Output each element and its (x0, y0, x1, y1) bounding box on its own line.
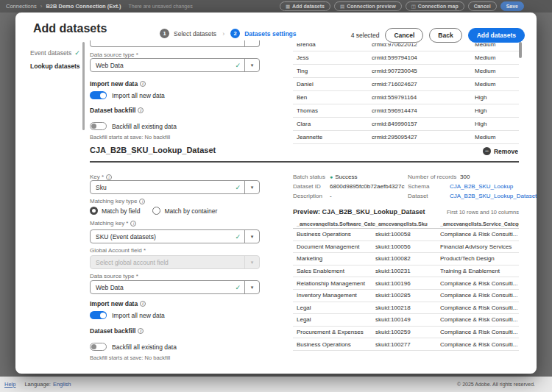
step-1-label: Select datasets (174, 30, 216, 38)
cell-id: crmid:596914474 (372, 107, 475, 114)
preview-cell: Business Operations (293, 231, 375, 238)
batch-status-text: Success (335, 174, 357, 180)
key-label: Key * i (90, 174, 112, 180)
table-row: Thomas crmid:596914474 High (293, 104, 519, 118)
preview-cell: skuid:100277 (375, 341, 440, 348)
key-select[interactable]: Sku ✓ ▾ (90, 180, 260, 194)
schema-link[interactable]: CJA_B2B_SKU_Lookup (450, 183, 513, 190)
table-row: Business Operations skuid:100277 Complia… (293, 338, 519, 351)
scrolled-partial-select[interactable] (90, 40, 260, 47)
info-icon: i (140, 301, 146, 307)
lookup-data-source-select[interactable]: Web Data ✓ ▾ (90, 280, 260, 294)
preview-cell: Procurement & Expenses (293, 329, 375, 335)
unsaved-changes-text: There are unsaved changes (128, 4, 192, 9)
lookup-section-title: CJA_B2B_SKU_Lookup_Dataset (90, 146, 216, 154)
match-by-container-radio[interactable] (152, 207, 160, 215)
cell-id: crmid:559791164 (372, 94, 475, 101)
cell-name: Ben (293, 94, 372, 101)
event-data-source-select[interactable]: Web Data ✓ ▾ (90, 58, 260, 72)
cell-priority: Medium (475, 54, 519, 61)
import-new-data-toggle[interactable] (90, 311, 107, 319)
map-icon: ◫ (411, 4, 416, 10)
backfill-existing-data-row: Backfill all existing data (90, 343, 177, 351)
success-dot-icon: ● (330, 174, 333, 179)
connection-preview-button: ▤ Connection preview (334, 1, 402, 11)
toggle-label: Import all new data (112, 92, 165, 99)
cancel-label: Cancel (394, 32, 414, 39)
cancel-button[interactable]: Cancel (385, 28, 423, 43)
toggle-label: Backfill all existing data (112, 343, 177, 351)
preview-cell: skuid:100231 (375, 268, 440, 274)
preview-meta: First 10 rows and 10 columns (447, 209, 519, 215)
table-row: Business Operations skuid:100058 Complia… (293, 229, 519, 241)
chevron-down-icon[interactable]: ▾ (244, 281, 259, 293)
select-placeholder: Select global account field (91, 259, 244, 266)
valid-checkmark-icon: ✓ (235, 233, 241, 240)
cell-name: Jeannette (293, 134, 372, 140)
table-scrollbar[interactable] (519, 42, 522, 58)
import-all-new-data-row: Import all new data (90, 311, 165, 319)
page-toolbar: ▦ Add datasets ▤ Connection preview ◫ Co… (280, 1, 524, 11)
dataset-backfill-heading: Dataset backfill i (90, 107, 144, 114)
data-source-type-label: Data source type * (90, 273, 138, 279)
sidebar-item-event-datasets[interactable]: Event datasets ✓ (30, 49, 80, 57)
chevron-down-icon[interactable]: ▾ (244, 59, 259, 71)
table-row: Brenda crmid:970622012 Medium (293, 43, 519, 51)
table-row: Daniel crmid:716024627 Medium (293, 78, 519, 91)
preview-cell: Marketing (293, 255, 375, 262)
preview-column-header: _amcevangelists.Service_Category (440, 221, 519, 227)
cell-priority: High (475, 121, 519, 127)
import-new-data-heading: Import new data i (90, 300, 146, 307)
import-new-data-toggle[interactable] (90, 91, 107, 99)
match-by-field-radio[interactable] (90, 207, 98, 215)
preview-cell: Business Operations (293, 341, 375, 348)
backfill-caption: Backfill starts at save: No backfill (90, 354, 170, 361)
matching-key-type-label: Matching key type i (90, 198, 145, 204)
modal-header-actions: 4 selected Cancel Back Add datasets (351, 28, 525, 43)
add-datasets-button[interactable]: Add datasets (468, 28, 525, 43)
chevron-down-icon[interactable]: ▾ (244, 181, 259, 193)
cell-priority: Medium (475, 81, 519, 88)
connection-map-label: Connection map (418, 4, 459, 9)
table-row: Legal skuid:100218 Compliance & Risk Con… (293, 302, 519, 315)
dataset-link[interactable]: CJA_B2B_SKU_Lookup_Dataset (450, 193, 537, 199)
table-row: Jess crmid:599794104 Medium (293, 51, 519, 65)
description-label: Description (293, 193, 322, 199)
preview-cell: skuid:100218 (375, 304, 440, 311)
table-row: Procurement & Expenses skuid:100259 Comp… (293, 327, 519, 339)
preview-cell: Legal (293, 316, 375, 323)
backfill-toggle[interactable] (90, 343, 107, 351)
select-value: SKU (Event datasets) (91, 233, 235, 240)
cell-name: Thomas (293, 107, 372, 114)
remove-dataset-button[interactable]: − Remove (483, 147, 518, 155)
select-value: Web Data (91, 284, 235, 291)
select-value: Sku (91, 184, 235, 191)
help-link[interactable]: Help (4, 381, 15, 388)
data-source-type-label: Data source type * (90, 51, 138, 58)
page-cancel-label: Cancel (474, 4, 491, 9)
connection-map-button: ◫ Connection map (406, 1, 464, 11)
sidebar-item-lookup-datasets[interactable]: Lookup datasets (30, 63, 80, 70)
valid-checkmark-icon: ✓ (235, 284, 241, 291)
event-preview-table: Brenda crmid:970622012 Medium Jess crmid… (293, 43, 519, 144)
cell-priority: High (475, 94, 519, 101)
preview-cell: Sales Enablement (293, 268, 375, 274)
back-button[interactable]: Back (429, 28, 461, 43)
preview-cell: skuid:100058 (375, 231, 440, 238)
add-datasets-label: Add datasets (477, 32, 516, 39)
cell-priority: Medium (475, 43, 519, 48)
records-label: Number of records (408, 174, 456, 180)
preview-cell: Compliance & Risk Consulti... (440, 292, 519, 299)
page-top-bar: Connections › B2B Demo Connection (Ext.)… (0, 0, 552, 13)
matching-key-select[interactable]: SKU (Event datasets) ✓ ▾ (90, 229, 260, 243)
lookup-preview-table: _amcevangelists.Software_Catego... _amce… (293, 219, 519, 351)
table-row: Clara crmid:849990157 High (293, 118, 519, 131)
page-add-datasets-button: ▦ Add datasets (280, 1, 330, 11)
content-scrollbar[interactable] (82, 42, 85, 130)
backfill-toggle[interactable] (90, 122, 107, 130)
import-new-data-heading: Import new data i (90, 80, 146, 88)
cell-priority: Medium (475, 68, 519, 74)
language-value-link[interactable]: English (53, 381, 71, 388)
step-2-label: Datasets settings (244, 30, 296, 38)
chevron-down-icon[interactable]: ▾ (244, 230, 259, 243)
